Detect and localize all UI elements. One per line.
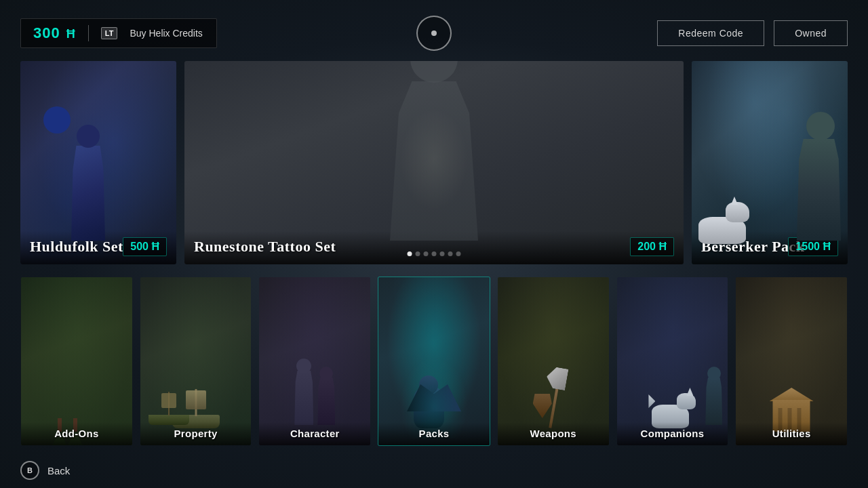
utilities-overlay: Utilities [736, 422, 847, 445]
categories-section: Add-Ons Property [0, 264, 868, 453]
dot-6[interactable] [448, 251, 453, 256]
category-packs[interactable]: Packs [378, 277, 490, 446]
weapons-overlay: Weapons [498, 422, 609, 445]
comp-body [705, 378, 722, 425]
helix-icon: Ħ [66, 27, 76, 41]
property-label: Property [174, 428, 218, 439]
companions-label: Companions [641, 428, 705, 439]
nav-circle[interactable] [416, 16, 452, 51]
header: 300 Ħ LT Buy Helix Credits Redeem Code O… [0, 0, 868, 61]
utilities-label: Utilities [772, 428, 811, 439]
buy-helix-button[interactable]: Buy Helix Credits [130, 28, 202, 39]
figure-char2 [71, 146, 105, 241]
rune-head [410, 61, 458, 83]
addons-overlay: Add-Ons [21, 422, 132, 445]
carousel-item-runestone-wrapper: Runestone Tattoo Set 200 Ħ [184, 61, 684, 264]
companions-char [705, 378, 722, 425]
credits-value: 300 [33, 24, 60, 41]
char-fig-1 [294, 371, 313, 425]
credits-section[interactable]: 300 Ħ LT Buy Helix Credits [20, 18, 217, 48]
char-body-2 [317, 378, 335, 425]
carousel-dots [408, 251, 461, 256]
dot-4[interactable] [432, 251, 437, 256]
category-companions[interactable]: Companions [616, 277, 729, 446]
figure-head1 [43, 106, 71, 134]
dot-5[interactable] [440, 251, 445, 256]
nav-circle-inner [431, 30, 437, 36]
berserker-char [797, 139, 841, 241]
char-head-1 [296, 359, 311, 373]
dot-7[interactable] [456, 251, 461, 256]
redeem-code-button[interactable]: Redeem Code [657, 20, 764, 46]
char-head-2 [319, 367, 333, 380]
wolf-head [726, 202, 749, 222]
category-utilities[interactable]: Utilities [735, 277, 848, 446]
credits-divider [88, 25, 89, 41]
header-center [416, 16, 452, 51]
category-property[interactable]: Property [140, 277, 252, 446]
character-label: Character [290, 428, 340, 439]
dot-1[interactable] [408, 251, 412, 256]
page-wrapper: 300 Ħ LT Buy Helix Credits Redeem Code O… [0, 0, 868, 488]
huldufolk-price: 500 Ħ [123, 237, 167, 256]
wolf-ear [731, 197, 738, 205]
owned-button[interactable]: Owned [774, 20, 848, 46]
category-addons[interactable]: Add-Ons [20, 277, 133, 446]
dot-3[interactable] [424, 251, 429, 256]
featured-carousel: Huldufolk Set 500 Ħ Runestone Tattoo Set… [0, 61, 868, 264]
header-right: Redeem Code Owned [657, 20, 848, 46]
bottom-bar: B Back [0, 453, 868, 488]
carousel-item-runestone[interactable]: Runestone Tattoo Set 200 Ħ [184, 61, 684, 264]
property-extra [149, 388, 189, 425]
temple-roof [770, 388, 814, 401]
category-weapons[interactable]: Weapons [497, 277, 610, 446]
companions-overlay: Companions [617, 422, 728, 445]
packs-creature [407, 364, 461, 432]
wolf-head-comp [677, 393, 696, 409]
addons-label: Add-Ons [54, 428, 98, 439]
lt-badge: LT [101, 27, 118, 39]
dot-2[interactable] [416, 251, 420, 256]
berserker-head [806, 112, 835, 140]
character-overlay: Character [259, 422, 370, 445]
tattoo-detail [400, 108, 468, 210]
runestone-price: 200 Ħ [630, 237, 674, 256]
back-button-icon: B [27, 466, 33, 474]
weapons-visual [533, 367, 574, 428]
carousel-item-huldufolk[interactable]: Huldufolk Set 500 Ħ [20, 61, 176, 264]
comp-head [707, 367, 721, 380]
character-figures [294, 371, 335, 425]
packs-label: Packs [419, 428, 450, 439]
wolf-figure [698, 200, 753, 244]
category-character[interactable]: Character [258, 277, 371, 446]
weapons-label: Weapons [530, 428, 576, 439]
back-button-circle[interactable]: B [20, 461, 39, 480]
axe-head [545, 366, 568, 391]
back-label: Back [47, 465, 70, 476]
wolf-tail [648, 394, 655, 408]
char-body-1 [294, 371, 313, 425]
shield-small [533, 394, 552, 418]
packs-overlay: Packs [378, 422, 490, 445]
char-fig-2 [317, 378, 335, 425]
figure-head2 [77, 125, 100, 148]
sail-alt [161, 393, 176, 408]
property-overlay: Property [140, 422, 252, 445]
carousel-item-berserker[interactable]: Berserker Pack 1500 Ħ [692, 61, 848, 264]
credits-amount: 300 Ħ [33, 24, 76, 42]
